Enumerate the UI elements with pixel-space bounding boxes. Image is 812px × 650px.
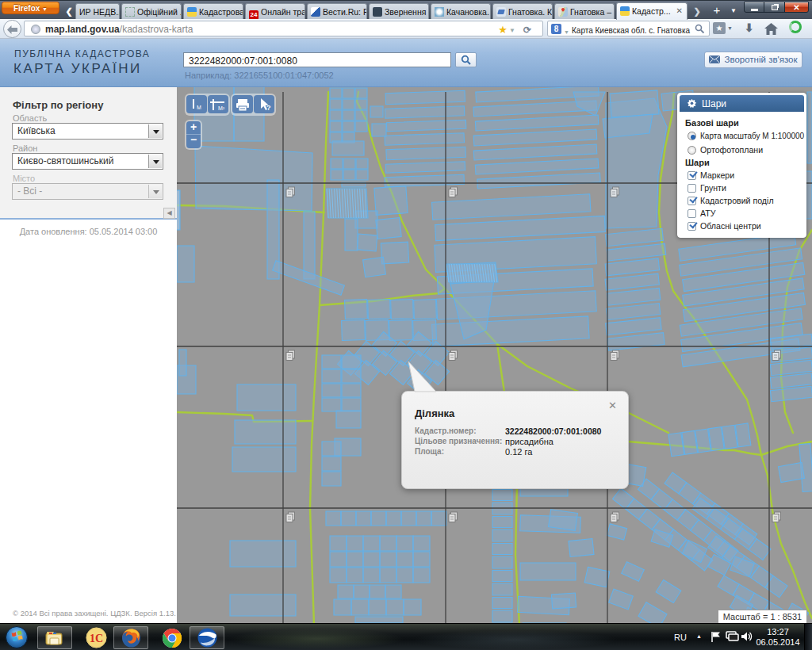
svg-text:?: ? (266, 104, 271, 112)
svg-text:1С: 1С (90, 633, 103, 644)
svg-text:M: M (197, 105, 201, 110)
svg-text:M²: M² (218, 105, 225, 111)
